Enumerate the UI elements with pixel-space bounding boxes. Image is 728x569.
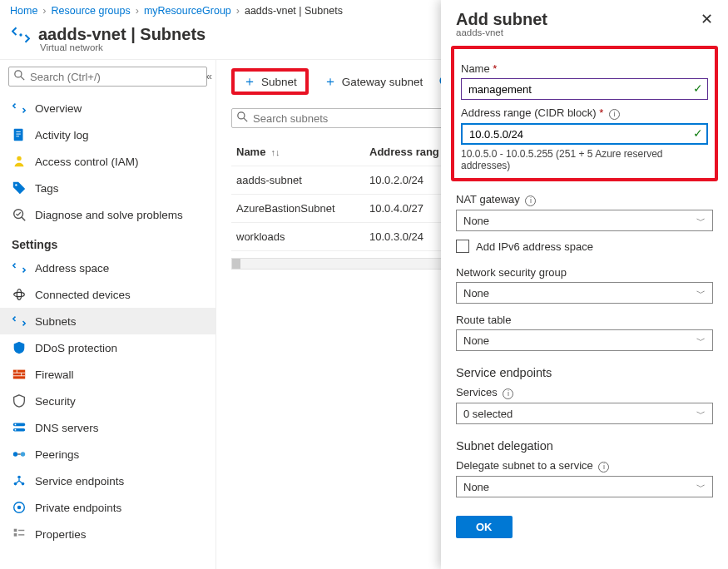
nsg-select[interactable]: None ﹀ bbox=[456, 282, 713, 304]
required-icon: * bbox=[599, 106, 603, 119]
delegate-value: None bbox=[463, 481, 489, 493]
sidebar-item-tags[interactable]: Tags bbox=[0, 175, 215, 201]
sidebar-item-activity-log[interactable]: Activity log bbox=[0, 121, 215, 148]
info-icon[interactable]: i bbox=[503, 388, 513, 399]
collapse-sidebar-icon[interactable]: « bbox=[206, 70, 212, 82]
svg-rect-31 bbox=[14, 533, 17, 537]
plus-icon: ＋ bbox=[243, 75, 256, 88]
sidebar-item-label: Subnets bbox=[35, 315, 77, 328]
route-table-select[interactable]: None ﹀ bbox=[456, 329, 713, 351]
vnet-icon bbox=[12, 26, 30, 44]
svg-point-12 bbox=[17, 289, 21, 300]
log-icon bbox=[12, 127, 27, 142]
shield-icon bbox=[12, 393, 27, 408]
route-table-value: None bbox=[463, 334, 489, 347]
range-label: Address range (CIDR block) * i bbox=[461, 106, 708, 120]
crumb-resource-groups[interactable]: Resource groups bbox=[52, 5, 131, 17]
check-icon: ✓ bbox=[693, 82, 703, 95]
svg-point-0 bbox=[19, 33, 22, 36]
sidebar-item-label: DNS servers bbox=[35, 422, 99, 434]
sidebar-item-private-endpoints[interactable]: Private endpoints bbox=[0, 494, 215, 521]
route-table-label: Route table bbox=[456, 314, 713, 326]
plus-icon: ＋ bbox=[324, 75, 337, 88]
sidebar-item-overview[interactable]: Overview bbox=[0, 95, 215, 121]
services-label: Services i bbox=[456, 386, 713, 399]
chevron-right-icon: › bbox=[42, 5, 46, 17]
sidebar-item-label: Firewall bbox=[35, 369, 74, 381]
sidebar-item-firewall[interactable]: Firewall bbox=[0, 361, 215, 388]
services-select[interactable]: 0 selected ﹀ bbox=[456, 403, 713, 424]
crumb-home[interactable]: Home bbox=[10, 5, 37, 17]
nsg-label: Network security group bbox=[456, 266, 713, 279]
sidebar-item-dns[interactable]: DNS servers bbox=[0, 414, 215, 441]
iam-icon bbox=[12, 154, 27, 169]
ipv6-label: Add IPv6 address space bbox=[476, 240, 593, 253]
subnet-delegation-heading: Subnet delegation bbox=[456, 439, 713, 453]
sidebar-search-input[interactable] bbox=[30, 71, 201, 83]
sidebar-item-peerings[interactable]: Peerings bbox=[0, 441, 215, 468]
svg-point-29 bbox=[17, 506, 22, 510]
sidebar-item-label: Overview bbox=[35, 102, 82, 115]
svg-point-23 bbox=[21, 452, 25, 456]
name-label: Name * bbox=[461, 62, 708, 75]
svg-line-35 bbox=[244, 118, 247, 121]
sort-icon[interactable]: ↑↓ bbox=[270, 147, 280, 157]
sidebar-item-label: DDoS protection bbox=[35, 342, 117, 354]
ipv6-checkbox[interactable] bbox=[456, 240, 469, 253]
sidebar-item-label: Private endpoints bbox=[35, 502, 121, 514]
add-gateway-subnet-label: Gateway subnet bbox=[342, 76, 423, 88]
info-icon[interactable]: i bbox=[598, 462, 609, 473]
sidebar-item-label: Security bbox=[35, 395, 76, 408]
nat-gateway-select[interactable]: None ﹀ bbox=[456, 210, 713, 231]
sidebar-item-address-space[interactable]: Address space bbox=[0, 255, 215, 281]
chevron-right-icon: › bbox=[136, 5, 139, 17]
sidebar-item-connected-devices[interactable]: Connected devices bbox=[0, 281, 215, 308]
panel-title: Add subnet bbox=[456, 10, 547, 29]
peerings-icon bbox=[12, 447, 27, 462]
firewall-icon bbox=[12, 367, 27, 382]
svg-point-7 bbox=[17, 156, 21, 161]
chevron-down-icon: ﹀ bbox=[696, 481, 706, 493]
svg-point-34 bbox=[238, 112, 245, 119]
chevron-right-icon: › bbox=[236, 5, 240, 17]
sidebar-item-label: Properties bbox=[35, 528, 87, 541]
sidebar-search[interactable] bbox=[8, 67, 207, 87]
subnet-name-input[interactable] bbox=[461, 78, 708, 100]
address-range-input[interactable] bbox=[461, 123, 708, 145]
chevron-down-icon: ﹀ bbox=[696, 334, 706, 347]
sidebar-item-label: Diagnose and solve problems bbox=[35, 209, 183, 221]
sidebar-item-label: Address space bbox=[35, 262, 109, 275]
sidebar-item-label: Peerings bbox=[35, 448, 79, 461]
private-endpoints-icon bbox=[12, 500, 27, 515]
svg-point-21 bbox=[15, 429, 17, 431]
info-icon[interactable]: i bbox=[525, 195, 536, 206]
sidebar-item-diagnose[interactable]: Diagnose and solve problems bbox=[0, 201, 215, 228]
ok-button[interactable]: OK bbox=[456, 516, 513, 538]
delegate-select[interactable]: None ﹀ bbox=[456, 476, 713, 497]
required-icon: * bbox=[493, 62, 497, 75]
highlighted-fields: Name * ✓ Address range (CIDR block) * i … bbox=[451, 46, 718, 181]
sidebar-item-label: Access control (IAM) bbox=[35, 156, 139, 168]
vnet-icon bbox=[12, 101, 27, 116]
info-icon[interactable]: i bbox=[609, 109, 620, 120]
add-subnet-button[interactable]: ＋ Subnet bbox=[231, 68, 309, 95]
sidebar-item-ddos[interactable]: DDoS protection bbox=[0, 334, 215, 361]
sidebar-item-subnets[interactable]: Subnets bbox=[0, 308, 215, 334]
sidebar-item-iam[interactable]: Access control (IAM) bbox=[0, 148, 215, 175]
close-icon[interactable]: ✕ bbox=[701, 10, 713, 28]
sidebar-item-security[interactable]: Security bbox=[0, 388, 215, 414]
crumb-my-resource-group[interactable]: myResourceGroup bbox=[144, 5, 231, 17]
svg-point-22 bbox=[13, 452, 17, 456]
services-value: 0 selected bbox=[463, 408, 513, 420]
svg-rect-30 bbox=[14, 529, 17, 532]
add-gateway-subnet-button[interactable]: ＋ Gateway subnet bbox=[324, 75, 423, 88]
vnet-icon bbox=[12, 260, 27, 275]
col-name-label[interactable]: Name bbox=[236, 146, 265, 158]
page-title: aadds-vnet | Subnets bbox=[38, 25, 206, 44]
add-subnet-panel: Add subnet aadds-vnet ✕ Name * ✓ Address… bbox=[441, 0, 728, 569]
sidebar-item-properties[interactable]: Properties bbox=[0, 521, 215, 547]
delegate-label: Delegate subnet to a service i bbox=[456, 459, 713, 473]
svg-rect-3 bbox=[14, 129, 23, 141]
shield-icon bbox=[12, 340, 27, 355]
sidebar-item-service-endpoints[interactable]: Service endpoints bbox=[0, 468, 215, 494]
